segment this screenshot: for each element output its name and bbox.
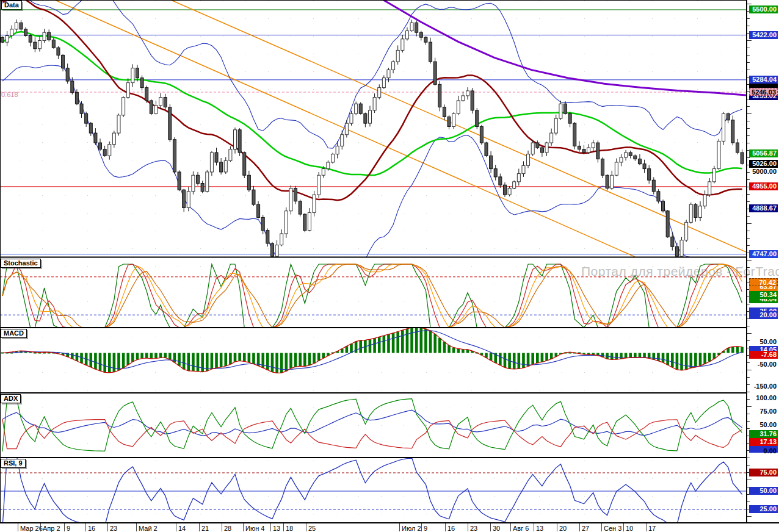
price-axis-label: 0.00 (749, 447, 778, 455)
axis-tick (747, 370, 752, 370)
price-axis-label: 5026.00 (749, 160, 778, 168)
chart-canvas[interactable] (0, 0, 746, 522)
date-tick (468, 523, 468, 531)
price-axis-label: 17.13 (749, 438, 778, 446)
date-tick (601, 523, 602, 531)
date-label: 28 (224, 525, 231, 532)
date-tick (306, 523, 306, 531)
price-axis-label: 5500.00 (749, 5, 778, 13)
tab-rsi-panel[interactable]: RSI, 9 (1, 459, 26, 468)
date-tick (243, 523, 244, 531)
axis-tick (747, 406, 752, 407)
date-label: 13 (536, 525, 543, 532)
price-axis-label: 50.00 (749, 487, 778, 495)
date-label: 16 (447, 525, 455, 532)
axis-tick (747, 113, 752, 114)
price-axis-label: 4747.00 (749, 250, 778, 258)
price-axis-label: 100.00 (749, 394, 778, 402)
axis-tick (747, 135, 750, 136)
date-tick (176, 523, 176, 531)
date-tick (510, 523, 511, 531)
date-tick (18, 523, 18, 531)
axis-tick (747, 201, 750, 202)
axis-tick (747, 18, 750, 19)
date-label: Апр 2 (43, 525, 60, 532)
price-axis-label: -7.68 (749, 351, 778, 359)
tab-macd-panel[interactable]: MACD (1, 329, 27, 338)
axis-tick (747, 392, 750, 392)
date-tick (85, 523, 86, 531)
axis-tick (747, 128, 750, 129)
date-label: 9 (424, 525, 427, 532)
date-tick (557, 523, 557, 531)
price-axis-label: 5246.03 (749, 88, 778, 96)
axis-tick (747, 326, 750, 326)
date-label: 23 (110, 525, 117, 532)
date-tick (283, 523, 284, 531)
date-tick (399, 523, 400, 531)
axis-tick (747, 480, 752, 480)
date-tick (222, 523, 222, 531)
price-axis-label: 20.00 (749, 311, 778, 319)
date-tick (579, 523, 580, 531)
axis-tick (747, 501, 750, 502)
date-label: 23 (470, 525, 477, 532)
axis-tick (747, 62, 750, 63)
axis-tick (747, 223, 752, 224)
date-label: Сен 3 (604, 525, 621, 532)
price-axis-label: 50.34 (749, 291, 778, 299)
price-axis-label: 31.76 (749, 430, 778, 438)
tab-stochastic-panel[interactable]: Stochastic (1, 259, 41, 268)
price-axis-label: -150.00 (749, 383, 778, 390)
axis-tick (747, 267, 750, 268)
price-axis-label: 75.00 (749, 408, 778, 415)
axis-tick (747, 143, 750, 143)
axis-tick (747, 516, 752, 517)
axis-tick (747, 458, 750, 458)
axis-tick (747, 157, 750, 158)
price-axis-label: 4955.00 (749, 182, 778, 190)
date-label: 17 (648, 525, 656, 532)
axis-tick (747, 231, 750, 231)
date-axis[interactable]: Мар 26Апр 291623Май 2142128Июн 4131825Ию… (0, 522, 779, 532)
date-tick (623, 523, 624, 531)
date-label: 30 (493, 525, 500, 532)
axis-tick (747, 55, 750, 56)
axis-tick (747, 216, 750, 217)
axis-tick (747, 48, 750, 48)
date-label: 20 (559, 525, 567, 532)
date-label: 13 (273, 525, 280, 532)
date-label: 9 (67, 525, 70, 532)
date-tick (445, 523, 446, 531)
date-label: Май 2 (139, 525, 158, 532)
price-axis-label: 4888.67 (749, 204, 778, 212)
axis-tick (747, 238, 750, 239)
date-label: 14 (178, 525, 186, 532)
date-tick (421, 523, 422, 531)
date-label: 25 (308, 525, 316, 532)
axis-tick (747, 4, 752, 4)
date-label: Июн 4 (245, 525, 264, 532)
price-axis[interactable]: 5500.005422.005284.045235.025246.035056.… (746, 0, 779, 522)
price-axis-label: 50.00 (749, 421, 778, 429)
price-axis-label: 5422.00 (749, 31, 778, 39)
date-label: 27 (582, 525, 589, 532)
price-axis-label: 5056.87 (749, 149, 778, 157)
axis-tick (747, 194, 750, 195)
fib-ratio-label: 0.618 (1, 91, 18, 98)
axis-tick (747, 40, 752, 41)
price-axis-label: 70.42 (749, 278, 778, 286)
tab-adx-panel[interactable]: ADX (1, 394, 21, 403)
axis-tick (747, 26, 750, 26)
date-tick (40, 523, 41, 531)
date-label: 16 (88, 525, 95, 532)
price-axis-label: 5000.00 (749, 168, 778, 176)
price-axis-label: 5284.04 (749, 76, 778, 84)
axis-tick (747, 304, 750, 304)
date-label: Июл 2 (402, 525, 421, 532)
date-tick (107, 523, 108, 531)
date-tick (270, 523, 271, 531)
date-tick (534, 523, 534, 531)
axis-tick (747, 245, 750, 246)
axis-tick (747, 377, 750, 378)
